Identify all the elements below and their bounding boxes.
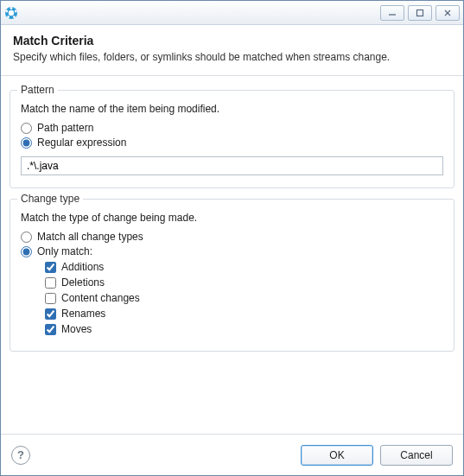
additions-checkbox[interactable]	[45, 262, 56, 273]
svg-point-5	[7, 16, 10, 18]
pattern-input[interactable]	[21, 156, 443, 175]
svg-rect-8	[417, 10, 423, 16]
moves-label: Moves	[61, 323, 92, 335]
dialog-window: Match Criteria Specify which files, fold…	[0, 0, 464, 476]
renames-checkbox[interactable]	[45, 308, 56, 320]
window-controls	[380, 5, 460, 21]
renames-label: Renames	[61, 308, 105, 320]
svg-point-2	[10, 7, 13, 10]
change-type-list: Additions Deletions Content changes Rena…	[45, 261, 443, 335]
regex-radio[interactable]	[21, 137, 32, 149]
close-button[interactable]	[435, 5, 460, 21]
moves-checkbox[interactable]	[45, 324, 56, 335]
help-icon: ?	[17, 448, 24, 461]
svg-point-1	[9, 10, 14, 15]
dialog-subtitle: Specify which files, folders, or symlink…	[13, 51, 451, 63]
svg-point-4	[13, 16, 16, 18]
content-changes-label: Content changes	[61, 292, 140, 304]
change-type-group: Change type Match the type of change bei…	[10, 199, 454, 352]
dialog-header: Match Criteria Specify which files, fold…	[1, 25, 463, 73]
change-legend: Change type	[17, 193, 83, 205]
only-match-label: Only match:	[37, 245, 92, 257]
match-all-label: Match all change types	[37, 231, 143, 243]
pattern-legend: Pattern	[17, 84, 58, 96]
ok-button[interactable]: OK	[301, 445, 373, 466]
help-button[interactable]: ?	[11, 446, 30, 465]
deletions-label: Deletions	[61, 276, 105, 289]
change-desc: Match the type of change being made.	[21, 212, 443, 224]
app-icon	[4, 6, 18, 20]
svg-point-3	[15, 10, 17, 12]
maximize-button[interactable]	[408, 5, 432, 21]
additions-label: Additions	[61, 261, 104, 273]
cancel-label: Cancel	[400, 449, 432, 461]
deletions-checkbox[interactable]	[45, 277, 56, 289]
dialog-footer: ? OK Cancel	[1, 434, 463, 475]
only-match-radio[interactable]	[21, 246, 32, 257]
pattern-desc: Match the name of the item being modifie…	[21, 103, 443, 115]
minimize-button[interactable]	[380, 5, 404, 21]
regex-label: Regular expression	[37, 136, 126, 149]
path-pattern-label: Path pattern	[37, 122, 93, 134]
match-all-radio[interactable]	[21, 232, 32, 243]
dialog-body: Pattern Match the name of the item being…	[1, 76, 463, 352]
cancel-button[interactable]: Cancel	[380, 445, 453, 466]
pattern-group: Pattern Match the name of the item being…	[10, 90, 454, 188]
titlebar	[1, 1, 463, 25]
path-pattern-radio[interactable]	[21, 123, 32, 134]
ok-label: OK	[329, 449, 344, 461]
dialog-title: Match Criteria	[13, 34, 451, 48]
svg-point-6	[5, 10, 8, 12]
content-changes-checkbox[interactable]	[45, 293, 56, 304]
